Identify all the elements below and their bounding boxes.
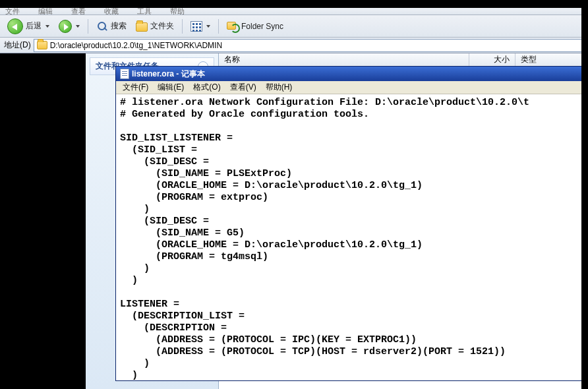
notepad-menubar: 文件(F) 编辑(E) 格式(O) 查看(V) 帮助(H): [116, 81, 586, 94]
menu-format[interactable]: 格式(O): [189, 80, 224, 94]
back-button[interactable]: 后退: [4, 16, 53, 36]
address-input[interactable]: D:\oracle\product\10.2.0\tg_1\NETWORK\AD…: [34, 39, 584, 52]
folders-button[interactable]: 文件夹: [132, 18, 177, 34]
search-icon: [96, 20, 108, 32]
menubar-item[interactable]: 帮助: [170, 8, 185, 15]
notepad-icon: [120, 69, 129, 79]
folder-icon: [37, 41, 47, 49]
views-icon: [191, 21, 202, 32]
search-button[interactable]: 搜索: [93, 18, 130, 34]
forward-button[interactable]: [55, 18, 83, 35]
folder-sync-icon: [227, 20, 239, 32]
folder-icon: [136, 22, 148, 32]
menu-edit[interactable]: 编辑(E): [154, 80, 188, 94]
toolbar-separator: [182, 19, 183, 34]
chevron-down-icon: [76, 25, 80, 28]
folders-label: 文件夹: [150, 20, 174, 32]
col-size[interactable]: 大小: [469, 53, 515, 66]
menu-view[interactable]: 查看(V): [226, 80, 260, 94]
search-label: 搜索: [111, 20, 127, 32]
toolbar-separator: [218, 19, 219, 34]
menu-file[interactable]: 文件(F): [119, 80, 152, 94]
menubar-item[interactable]: 收藏: [104, 8, 119, 15]
black-margin: [0, 54, 86, 389]
menubar-item[interactable]: 工具: [137, 8, 152, 15]
address-label: 地址(D): [4, 40, 31, 51]
black-margin: [581, 0, 588, 389]
notepad-title: listener.ora - 记事本: [132, 69, 205, 80]
explorer-menubar: 文件 编辑 查看 收藏 工具 帮助: [0, 8, 588, 15]
forward-arrow-icon: [59, 20, 72, 33]
col-name[interactable]: 名称: [219, 53, 469, 66]
menubar-item[interactable]: 文件: [5, 8, 20, 15]
menubar-item[interactable]: 编辑: [38, 8, 53, 15]
explorer-toolbar: 后退 搜索 文件夹 Folder Sync: [0, 15, 588, 38]
col-type[interactable]: 类型: [515, 53, 588, 66]
folder-sync-button[interactable]: Folder Sync: [223, 18, 287, 34]
menu-help[interactable]: 帮助(H): [262, 80, 297, 94]
address-bar: 地址(D) D:\oracle\product\10.2.0\tg_1\NETW…: [0, 38, 588, 53]
notepad-window: listener.ora - 记事本 文件(F) 编辑(E) 格式(O) 查看(…: [115, 66, 587, 381]
notepad-titlebar[interactable]: listener.ora - 记事本: [116, 67, 586, 81]
toolbar-separator: [88, 19, 88, 34]
chevron-down-icon: [206, 25, 210, 28]
notepad-textarea[interactable]: # listener.ora Network Configuration Fil…: [116, 94, 586, 380]
chevron-down-icon: [45, 25, 49, 28]
address-path: D:\oracle\product\10.2.0\tg_1\NETWORK\AD…: [50, 41, 222, 50]
back-label: 后退: [26, 20, 42, 32]
back-arrow-icon: [7, 18, 23, 34]
folder-sync-label: Folder Sync: [241, 22, 283, 31]
menubar-item[interactable]: 查看: [71, 8, 86, 15]
list-header: 名称 大小 类型: [219, 53, 588, 67]
views-button[interactable]: [187, 19, 214, 34]
